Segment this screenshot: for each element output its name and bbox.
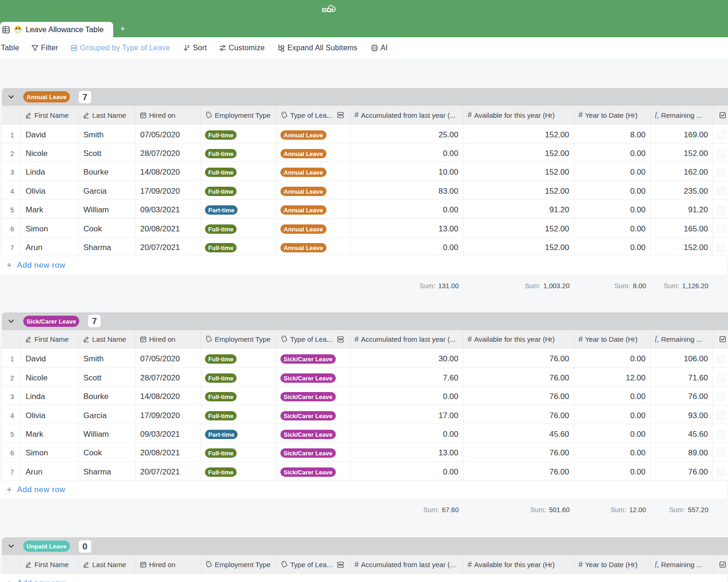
svg-text:ISO: ISO <box>322 7 332 14</box>
svg-text:AI: AI <box>373 46 376 49</box>
